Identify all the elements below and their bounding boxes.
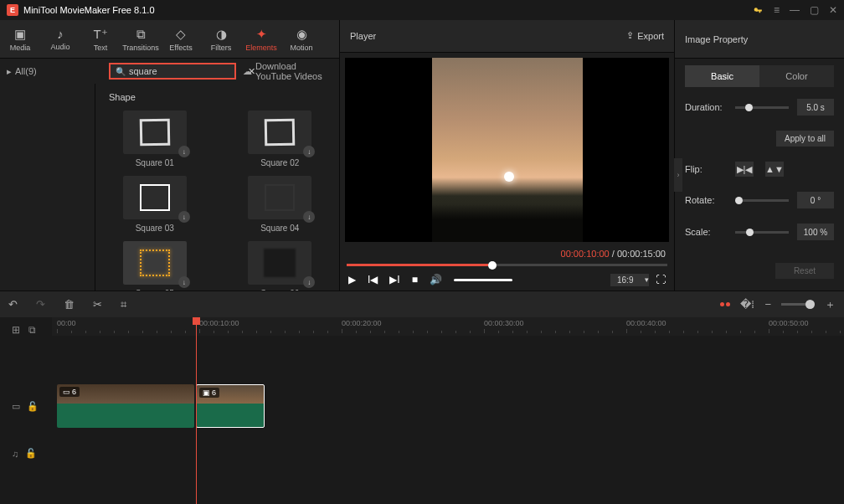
play-button[interactable]: ▶ <box>348 274 356 285</box>
slider-knob[interactable] <box>735 197 743 204</box>
scale-value[interactable]: 100 % <box>797 224 834 240</box>
ruler-mark: 00:00 <box>57 319 76 327</box>
tool-transitions[interactable]: ⧉Transitions <box>121 20 161 59</box>
transitions-icon: ⧉ <box>136 27 146 42</box>
folder-icon: ▣ <box>14 27 26 42</box>
tool-audio[interactable]: ♪Audio <box>40 20 80 59</box>
maximize-icon[interactable]: ▢ <box>810 4 819 16</box>
ruler-tick <box>313 331 314 333</box>
aspect-wrap: 16:9 ⛶ <box>610 274 666 286</box>
export-button[interactable]: ⇪ Export <box>626 30 664 41</box>
ruler-tick <box>441 331 442 333</box>
search-box[interactable]: 🔍 ✕ <box>109 63 236 80</box>
undo-button[interactable]: ↶ <box>8 298 18 311</box>
tool-effects[interactable]: ◇Effects <box>161 20 201 59</box>
download-badge-icon[interactable]: ↓ <box>303 146 315 157</box>
flip-buttons: ▶|◀ ▲▼ <box>735 162 784 177</box>
element-thumb[interactable]: ↓ Square 05 <box>109 241 201 291</box>
key-icon[interactable] <box>753 5 764 16</box>
aspect-select[interactable]: 16:9 <box>610 274 649 286</box>
rotate-value[interactable]: 0 ° <box>797 192 834 208</box>
shape-preview-icon <box>265 119 296 147</box>
shape-preview-icon <box>140 184 170 211</box>
align-icon[interactable]: �⁞ <box>740 298 754 311</box>
minimize-icon[interactable]: — <box>790 4 800 16</box>
marker-icon[interactable] <box>720 302 730 306</box>
prev-button[interactable]: I◀ <box>368 274 378 285</box>
slider-knob[interactable] <box>745 104 753 111</box>
stop-button[interactable]: ■ <box>412 274 418 285</box>
ruler-mark: 00:00:40:00 <box>626 319 666 327</box>
panel-collapse-handle[interactable]: › <box>674 158 682 192</box>
zoom-knob[interactable] <box>805 300 815 309</box>
crop-button[interactable]: ⌗ <box>121 298 126 311</box>
add-track-icon[interactable]: ⊞ <box>12 324 20 336</box>
volume-slider[interactable] <box>454 279 512 281</box>
library-panel: ▣Media ♪Audio T⁺Text ⧉Transitions ◇Effec… <box>0 20 340 291</box>
ruler-tools: ⊞ ⧉ <box>12 324 36 336</box>
slider-knob[interactable] <box>746 229 754 236</box>
duplicate-track-icon[interactable]: ⧉ <box>28 324 36 336</box>
search-input[interactable] <box>129 66 244 76</box>
reset-button[interactable]: Reset <box>775 263 834 279</box>
volume-icon[interactable]: 🔊 <box>430 274 442 285</box>
seek-knob[interactable] <box>488 261 497 270</box>
zoom-out-button[interactable]: − <box>764 298 771 311</box>
ruler-tick <box>185 331 186 333</box>
element-thumb[interactable]: ↓ Square 01 <box>109 111 201 167</box>
element-thumb[interactable]: ↓ Square 06 <box>234 241 327 291</box>
seek-bar[interactable] <box>347 264 667 266</box>
tool-elements[interactable]: ✦Elements <box>241 20 281 59</box>
ruler-tick <box>612 331 613 333</box>
element-thumb[interactable]: ↓ Square 03 <box>109 176 201 233</box>
ruler-tick <box>370 331 371 333</box>
tab-basic[interactable]: Basic <box>685 65 759 87</box>
scale-slider[interactable] <box>735 231 789 234</box>
close-icon[interactable]: ✕ <box>829 4 837 16</box>
player-panel: Player ⇪ Export 00:00:10:00 / 00:00:15:0… <box>340 20 675 291</box>
download-badge-icon[interactable]: ↓ <box>178 276 190 288</box>
thumbnails-grid: ↓ Square 01 ↓ Square 02 ↓ Square 03 ↓ Sq… <box>109 111 326 291</box>
duration-slider[interactable] <box>735 106 789 109</box>
download-badge-icon[interactable]: ↓ <box>303 276 315 288</box>
download-youtube-link[interactable]: ☁ Download YouTube Videos <box>243 61 332 81</box>
thumb-preview: ↓ <box>123 241 187 285</box>
download-badge-icon[interactable]: ↓ <box>303 211 315 223</box>
tree-item-all[interactable]: ▸ All(9) <box>7 66 102 77</box>
element-thumb[interactable]: ↓ Square 04 <box>234 176 327 233</box>
menu-icon[interactable]: ≡ <box>774 4 780 16</box>
audio-track[interactable] <box>52 435 844 481</box>
video-clip[interactable]: ▭ 6 <box>57 384 194 428</box>
app-logo-icon: E <box>7 4 18 16</box>
download-badge-icon[interactable]: ↓ <box>178 146 190 157</box>
tool-text[interactable]: T⁺Text <box>80 20 121 59</box>
filters-icon: ◑ <box>216 27 227 42</box>
redo-button[interactable]: ↷ <box>36 298 45 311</box>
flip-horizontal-button[interactable]: ▶|◀ <box>735 162 754 177</box>
split-button[interactable]: ✂ <box>93 298 102 311</box>
video-preview[interactable] <box>345 58 669 242</box>
prop-duration: Duration: 5.0 s <box>685 99 834 116</box>
ruler-tick <box>697 331 698 333</box>
rotate-slider[interactable] <box>735 199 789 202</box>
download-badge-icon[interactable]: ↓ <box>178 211 190 223</box>
lock-icon[interactable]: 🔓 <box>27 401 39 412</box>
zoom-slider[interactable] <box>781 303 815 306</box>
video-track[interactable]: ▭ 6 ▣ 6 <box>52 383 844 429</box>
fullscreen-button[interactable]: ⛶ <box>656 274 666 285</box>
lock-icon[interactable]: 🔓 <box>25 448 37 459</box>
next-button[interactable]: ▶I <box>389 274 399 285</box>
apply-all-button[interactable]: Apply to all <box>776 131 834 147</box>
delete-button[interactable]: 🗑 <box>64 298 75 311</box>
tool-motion[interactable]: ◉Motion <box>281 20 322 59</box>
image-clip[interactable]: ▣ 6 <box>196 384 265 428</box>
time-ruler[interactable]: 00:0000:00:10:0000:00:20:0000:00:30:0000… <box>52 317 844 336</box>
zoom-in-button[interactable]: ＋ <box>825 297 836 312</box>
tool-filters[interactable]: ◑Filters <box>201 20 241 59</box>
element-thumb[interactable]: ↓ Square 02 <box>234 111 327 167</box>
playhead[interactable] <box>196 317 197 504</box>
tool-media[interactable]: ▣Media <box>0 20 40 59</box>
tab-color[interactable]: Color <box>759 65 834 87</box>
duration-value[interactable]: 5.0 s <box>797 99 834 116</box>
flip-vertical-button[interactable]: ▲▼ <box>765 162 784 177</box>
